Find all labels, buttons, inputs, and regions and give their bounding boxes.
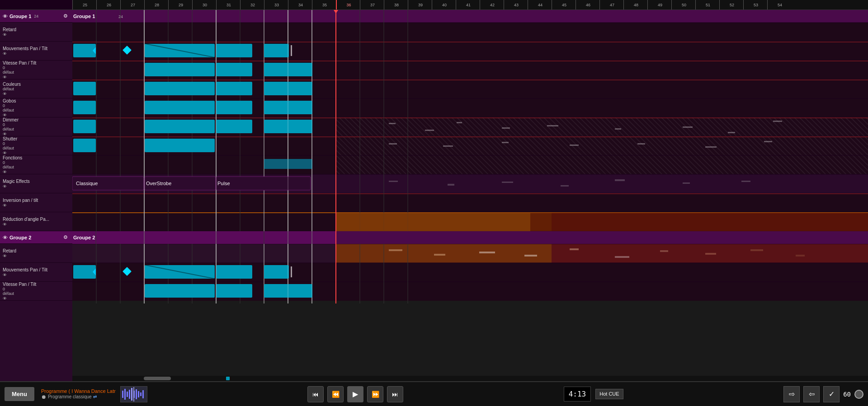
transport-controls: ⏮ ⏪ ▶ ⏩ ⏭: [307, 386, 403, 402]
ruler-mark: 44: [528, 0, 552, 9]
play-button[interactable]: ▶: [347, 386, 363, 402]
track-label-vitesse: Vitesse Pan / Tilt 0 défaut 👁: [0, 61, 72, 79]
svg-rect-65: [73, 44, 96, 57]
eye-icon-shutter[interactable]: 👁: [3, 151, 70, 155]
track-label-magic: Magic Effects 👁: [0, 174, 72, 193]
program-info: Programme ( I Wanna Dance Latr ⏺ Program…: [41, 388, 116, 400]
svg-rect-180: [140, 392, 142, 396]
svg-rect-176: [131, 388, 132, 401]
svg-rect-178: [136, 389, 137, 399]
svg-text:OverStrobe: OverStrobe: [146, 181, 171, 186]
eye-icon-gobos[interactable]: 👁: [3, 113, 70, 117]
scroll-bar[interactable]: [72, 376, 868, 381]
svg-rect-0: [72, 10, 868, 23]
eye-icon-reduction[interactable]: 👁: [3, 222, 70, 227]
group1-gear[interactable]: ⚙: [63, 13, 68, 19]
ruler-mark: 26: [96, 0, 120, 9]
track-label-couleurs: Couleurs défaut 👁: [0, 79, 72, 98]
track-label-inversion: Inversion pan / tilt 👁: [0, 193, 72, 212]
svg-rect-86: [216, 120, 252, 133]
svg-rect-135: [728, 132, 735, 133]
svg-rect-72: [291, 45, 292, 56]
ruler-mark: 25: [72, 0, 96, 9]
svg-rect-155: [570, 248, 579, 250]
eye-icon-couleurs[interactable]: 👁: [3, 92, 70, 96]
scroll-thumb[interactable]: [144, 377, 171, 380]
tracks-area[interactable]: Classique OverStrobe Pulse x2 x12 x11 x1…: [72, 10, 868, 381]
svg-rect-76: [73, 82, 96, 95]
svg-rect-136: [773, 121, 782, 122]
svg-text:Groupe 1: Groupe 1: [73, 14, 95, 19]
eye-icon-fonctions[interactable]: 👁: [3, 170, 70, 174]
svg-rect-126: [216, 284, 252, 298]
svg-rect-74: [216, 63, 252, 76]
ruler-mark: 35: [312, 0, 336, 9]
svg-rect-124: [291, 266, 292, 277]
ruler-mark: 45: [552, 0, 576, 9]
eye-icon-dimmer[interactable]: 👁: [3, 132, 70, 136]
eye-icon-g2-retard[interactable]: 👁: [3, 254, 70, 258]
menu-button[interactable]: Menu: [5, 387, 34, 401]
eye-icon-retard[interactable]: 👁: [3, 33, 70, 37]
svg-rect-156: [615, 256, 629, 258]
scroll-indicator: [226, 377, 230, 380]
transport-bar: Menu Programme ( I Wanna Dance Latr ⏺ Pr…: [0, 381, 868, 406]
svg-rect-70: [216, 44, 252, 57]
svg-rect-159: [750, 249, 763, 251]
svg-rect-73: [145, 63, 215, 76]
track-label-g2-retard: Retard 👁: [0, 244, 72, 263]
svg-rect-137: [389, 143, 397, 145]
ruler-mark: 29: [168, 0, 192, 9]
svg-rect-141: [637, 143, 645, 145]
eye-icon-vitesse[interactable]: 👁: [3, 75, 70, 79]
svg-rect-13: [72, 193, 868, 212]
track-label-reduction: Réduction d'angle Pa... 👁: [0, 212, 72, 231]
eye-icon-g2-vitesse[interactable]: 👁: [3, 296, 70, 301]
svg-rect-148: [615, 179, 625, 181]
ruler-mark: 54: [767, 0, 791, 9]
svg-rect-150: [741, 181, 750, 182]
ruler-mark: 38: [384, 0, 408, 9]
track-label-g2-vitesse: Vitesse Pan / Tilt 0 défaut 👁: [0, 282, 72, 301]
fast-forward-button[interactable]: ⏩: [367, 386, 383, 402]
eye-icon-pan-tilt[interactable]: 👁: [3, 51, 70, 56]
svg-rect-134: [683, 126, 693, 128]
svg-rect-109: [336, 231, 868, 244]
eye-icon-g2-pan-tilt[interactable]: 👁: [3, 273, 70, 277]
ruler-mark: 52: [719, 0, 743, 9]
svg-text:Groupe 2: Groupe 2: [73, 235, 95, 240]
program-type-icon: ⏺: [41, 394, 47, 400]
svg-rect-82: [216, 101, 252, 114]
eye-icon-magic[interactable]: 👁: [3, 184, 70, 189]
rewind-button[interactable]: ⏪: [327, 386, 344, 402]
ruler-mark: 51: [695, 0, 719, 9]
svg-rect-81: [145, 101, 215, 114]
ruler-mark: 33: [264, 0, 288, 9]
skip-back-button[interactable]: ⏮: [307, 386, 324, 402]
route-back-button[interactable]: ⇦: [803, 386, 820, 402]
svg-rect-174: [127, 392, 128, 397]
ruler-mark: 43: [504, 0, 528, 9]
route-forward-button[interactable]: ⇨: [783, 386, 800, 402]
svg-rect-173: [124, 389, 126, 400]
group1-label: Groupe 1: [9, 14, 31, 19]
svg-text:Pulse: Pulse: [217, 181, 230, 186]
ruler-mark: 50: [671, 0, 695, 9]
track-label-shutter: Shutter 0 défaut 👁: [0, 136, 72, 155]
main-layout: 25 26 27 28 29 30 31 32 33 34 35 36 37 3…: [0, 0, 868, 406]
skip-forward-button[interactable]: ⏭: [387, 386, 403, 402]
svg-rect-125: [145, 284, 215, 298]
hot-cue-button[interactable]: Hot CUE: [595, 389, 623, 399]
eye-icon-inversion[interactable]: 👁: [3, 203, 70, 208]
group2-gear[interactable]: ⚙: [63, 234, 68, 240]
ruler-mark: 37: [360, 0, 384, 9]
volume-knob[interactable]: [854, 390, 863, 399]
svg-rect-179: [138, 391, 139, 397]
tracks-svg: Classique OverStrobe Pulse x2 x12 x11 x1…: [72, 10, 868, 381]
svg-rect-132: [547, 125, 558, 126]
group2-header: 👁 Groupe 2 ⚙: [0, 231, 72, 244]
checkmark-button[interactable]: ✓: [823, 386, 840, 402]
svg-text:Classique: Classique: [76, 181, 98, 186]
ruler: 25 26 27 28 29 30 31 32 33 34 35 36 37 3…: [72, 0, 868, 9]
svg-rect-138: [443, 145, 453, 147]
